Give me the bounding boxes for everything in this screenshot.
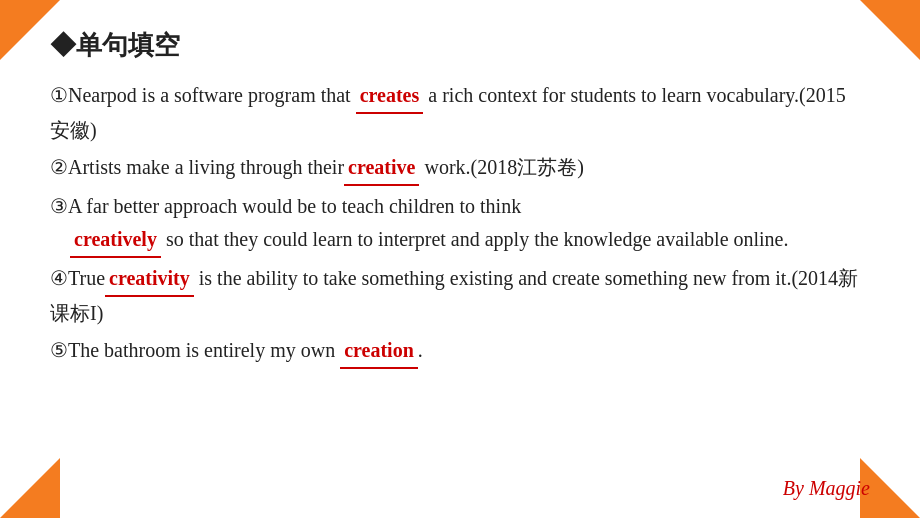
- sentence-3-suffix: so that they could learn to interpret an…: [161, 228, 789, 250]
- slide-container: ◆单句填空 ①Nearpod is a software program tha…: [0, 0, 920, 518]
- section-title: ◆单句填空: [50, 28, 860, 63]
- corner-decoration-bl: [0, 458, 60, 518]
- sentence-5-suffix: .: [418, 339, 423, 361]
- sentence-2-prefix: ②Artists make a living through their: [50, 156, 344, 178]
- sentence-2-suffix: work.(2018江苏卷): [419, 156, 583, 178]
- sentence-4-prefix: ④True: [50, 267, 105, 289]
- sentence-3: ③A far better approach would be to teach…: [50, 190, 860, 258]
- sentence-4: ④Truecreativity is the ability to take s…: [50, 262, 860, 330]
- sentence-2-blank: creative: [344, 151, 419, 186]
- sentence-1-blank: creates: [356, 79, 424, 114]
- sentence-4-blank: creativity: [105, 262, 194, 297]
- byline: By Maggie: [783, 477, 870, 500]
- sentence-3-blank: creatively: [70, 223, 161, 258]
- sentence-5: ⑤The bathroom is entirely my own creatio…: [50, 334, 860, 369]
- sentence-1-prefix: ①Nearpod is a software program that: [50, 84, 356, 106]
- sentence-1: ①Nearpod is a software program that crea…: [50, 79, 860, 147]
- sentence-5-blank: creation: [340, 334, 418, 369]
- sentence-3-prefix: ③A far better approach would be to teach…: [50, 195, 521, 217]
- main-content: ◆单句填空 ①Nearpod is a software program tha…: [30, 18, 880, 383]
- sentence-5-prefix: ⑤The bathroom is entirely my own: [50, 339, 340, 361]
- sentence-2: ②Artists make a living through theircrea…: [50, 151, 860, 186]
